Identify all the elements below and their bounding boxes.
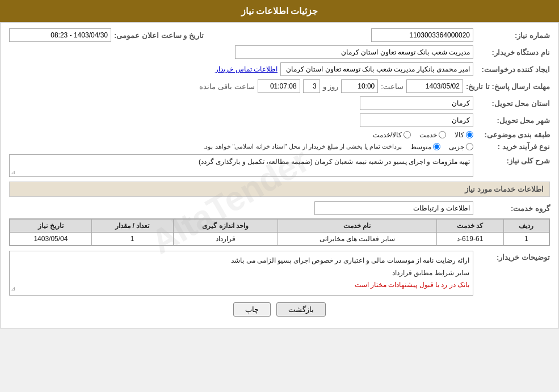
tosih-line2: سایر شرایط مطابق قرارداد — [13, 267, 469, 280]
sharh-box: تهیه ملزومات و اجرای پسیو در شعبه نیمه ش… — [9, 154, 473, 177]
noeFarayand-note: پرداخت تمام یا بخشی از مبلغ خریدار از مح… — [203, 143, 402, 150]
noeFarayand-radio-group: جزیی متوسط — [410, 143, 473, 151]
tarikheElan-label: تاریخ و ساعت اعلان عمومی: — [114, 31, 204, 40]
namDastgah-input[interactable] — [235, 45, 473, 59]
mohlat-roz-label: روز و — [323, 82, 339, 91]
khadamat-table-container: ردیف کد خدمت نام خدمت واحد اندازه گیری ت… — [9, 218, 550, 246]
print-button[interactable]: چاپ — [233, 302, 271, 317]
ostan-label: استان محل تحویل: — [476, 99, 550, 108]
col-radif: ردیف — [503, 220, 549, 233]
tarikheElan-input[interactable] — [9, 28, 111, 42]
khadamat-table: ردیف کد خدمت نام خدمت واحد اندازه گیری ت… — [10, 219, 549, 246]
ostan-input[interactable] — [360, 96, 473, 110]
grohe-input[interactable] — [314, 201, 473, 215]
back-button[interactable]: بازگشت — [276, 302, 326, 317]
tabaqe-radio-group: کالا خدمت کالا/خدمت — [373, 131, 473, 139]
sharh-text: تهیه ملزومات و اجرای پسیو در شعبه نیمه ش… — [199, 158, 470, 166]
tabaqe-khedmat[interactable]: خدمت — [419, 131, 446, 139]
page-header: جزئیات اطلاعات نیاز — [0, 0, 559, 22]
ettelaatTamas-link[interactable]: اطلاعات تماس خریدار — [215, 65, 278, 73]
shomareNiaz-input[interactable] — [371, 28, 473, 42]
ijadKonande-input[interactable] — [280, 62, 473, 76]
cell-radif: 1 — [503, 233, 549, 246]
page-title: جزئیات اطلاعات نیاز — [241, 6, 318, 16]
col-tedad: تعداد / مقدار — [91, 220, 173, 233]
tabaqe-kala-khedmat[interactable]: کالا/خدمت — [373, 131, 411, 139]
mohlat-saat-input[interactable] — [341, 79, 378, 93]
ijadKonande-label: ایجاد کننده درخواست: — [476, 65, 550, 74]
col-kod: کد خدمت — [436, 220, 503, 233]
resize-icon: ⊿ — [11, 169, 15, 175]
tabaqe-kala[interactable]: کالا — [455, 131, 473, 139]
cell-kod: 619-61-د — [436, 233, 503, 246]
col-tarikh: تاریخ نیاز — [10, 220, 92, 233]
sharh-label: شرح کلی نیاز: — [476, 154, 550, 165]
col-vahed: واحد اندازه گیری — [173, 220, 278, 233]
mohlat-saat-label: ساعت: — [381, 82, 404, 91]
mohlat-date-input[interactable] — [406, 79, 463, 93]
shahr-label: شهر محل تحویل: — [476, 116, 550, 125]
tosih-box: ارائه رضایت نامه از موسسات مالی و اعتبار… — [9, 251, 473, 296]
tosih-line1: ارائه رضایت نامه از موسسات مالی و اعتبار… — [13, 255, 469, 267]
mohlat-roz-input[interactable] — [303, 79, 320, 93]
mohlat-label: مهلت ارسال پاسخ: تا تاریخ: — [466, 82, 550, 91]
table-row: 1 619-61-د سایر فعالیت های مخابراتی قرار… — [10, 233, 549, 246]
button-row: بازگشت چاپ — [9, 302, 550, 317]
noeFarayand-motvaset[interactable]: متوسط — [410, 143, 440, 151]
mohlat-baqi-label: ساعت باقی مانده — [199, 82, 254, 91]
cell-tedad: 1 — [91, 233, 173, 246]
namDastgah-label: نام دستگاه خریدار: — [476, 48, 550, 57]
grohe-label: گروه خدمت: — [476, 204, 550, 213]
noeFarayand-jozyi[interactable]: جزیی — [449, 143, 473, 151]
tosih-line3: بانک در رد یا قبول پیشنهادات مختار است — [13, 279, 469, 292]
tabaqe-label: طبقه بندی موضوعی: — [476, 130, 550, 139]
tosih-label: توضیحات خریدار: — [476, 251, 550, 262]
shomareNiaz-label: شماره نیاز: — [476, 31, 550, 40]
mohlat-baqi-input[interactable] — [258, 79, 300, 93]
cell-tarikh: 1403/05/04 — [10, 233, 92, 246]
col-nam: نام خدمت — [278, 220, 436, 233]
cell-nam: سایر فعالیت های مخابراتی — [278, 233, 436, 246]
noeFarayand-label: نوع فرآیند خرید : — [476, 142, 550, 151]
khadamat-section-title: اطلاعات خدمات مورد نیاز — [9, 182, 550, 197]
cell-vahed: قرارداد — [173, 233, 278, 246]
resize-icon-2: ⊿ — [11, 284, 15, 294]
shahr-input[interactable] — [360, 113, 473, 127]
